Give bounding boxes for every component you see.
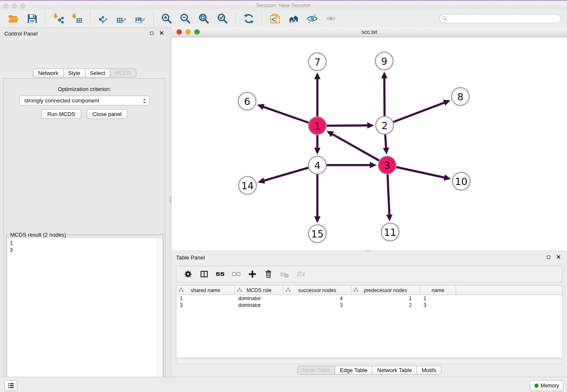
control-panel-title: Control Panel xyxy=(4,30,38,37)
hierarchy-icon xyxy=(179,287,184,293)
table-cell[interactable]: 3 xyxy=(420,302,456,309)
run-mcds-button[interactable]: Run MCDS xyxy=(41,109,81,119)
table-row[interactable]: 3dominator323 xyxy=(176,302,562,309)
control-panel-header: Control Panel xyxy=(0,28,169,39)
close-panel-icon[interactable] xyxy=(158,30,165,36)
zoom-selected-button[interactable] xyxy=(216,12,229,25)
trash-icon xyxy=(264,270,273,279)
toolbar-separator xyxy=(45,11,46,26)
deselect-all-button[interactable] xyxy=(230,269,242,280)
column-header-name[interactable]: name xyxy=(420,286,456,295)
export-network-button[interactable] xyxy=(97,12,110,25)
table-cell[interactable]: 3 xyxy=(176,302,235,309)
table-cell[interactable]: 3 xyxy=(284,302,351,309)
node-label-6: 6 xyxy=(244,96,250,107)
toolbar-separator xyxy=(153,11,154,26)
status-bar: Memory xyxy=(0,377,567,392)
table-cell[interactable]: 2 xyxy=(351,302,420,309)
mcds-result-area[interactable]: 1 3 xyxy=(7,238,162,392)
toolbar-separator xyxy=(235,11,236,26)
table-cell[interactable]: 1 xyxy=(351,295,420,302)
edge-arrowhead xyxy=(314,148,321,155)
delete-column-button[interactable] xyxy=(262,269,275,280)
checks-off-icon xyxy=(232,270,241,279)
save-session-button[interactable] xyxy=(26,12,39,25)
fx-icon xyxy=(296,270,305,279)
tree-icon xyxy=(286,287,291,293)
edge-arrowhead xyxy=(257,104,265,110)
tab-edge-table[interactable]: Edge Table xyxy=(335,366,372,375)
table-cell[interactable]: 1 xyxy=(176,295,235,302)
node-label-4: 4 xyxy=(314,160,321,171)
select-all-button[interactable] xyxy=(214,269,226,280)
hierarchy-icon xyxy=(286,287,291,293)
table-cell[interactable]: dominator xyxy=(235,295,284,302)
table-cell[interactable]: 4 xyxy=(284,295,351,302)
main-toolbar xyxy=(0,10,567,28)
add-column-button[interactable] xyxy=(246,269,259,280)
import-table-button[interactable] xyxy=(71,12,83,25)
network-canvas[interactable]: 1234678910111415 xyxy=(172,37,567,250)
node-label-8: 8 xyxy=(457,91,464,102)
hide-details-button[interactable] xyxy=(306,12,319,25)
column-label: predecessor nodes xyxy=(364,287,407,293)
float-panel-icon[interactable] xyxy=(545,254,552,260)
toolbar-separator xyxy=(90,11,91,26)
table-cell[interactable]: 1 xyxy=(420,295,456,302)
close-panel-button[interactable]: Close panel xyxy=(87,109,128,119)
graph-edge-2-8[interactable] xyxy=(385,102,445,125)
edge-arrowhead xyxy=(258,177,265,183)
table-delete-icon xyxy=(280,270,289,279)
table-cell[interactable]: dominator xyxy=(235,302,284,309)
tab-motifs[interactable]: Motifs xyxy=(416,366,441,375)
column-header-predecessor-nodes[interactable]: predecessor nodes xyxy=(351,286,420,295)
export-img-icon xyxy=(135,13,146,24)
welcome-screen-button[interactable] xyxy=(287,12,300,25)
node-label-1: 1 xyxy=(314,121,321,132)
zoom-fit-button[interactable] xyxy=(198,12,210,25)
tab-network[interactable]: Network xyxy=(33,69,63,77)
toggle-panes-button[interactable] xyxy=(198,269,210,280)
gear-icon xyxy=(184,270,193,279)
open-session-button[interactable] xyxy=(7,12,20,25)
column-header-successor-nodes[interactable]: successor nodes xyxy=(284,286,351,295)
graph-edge-3-1[interactable] xyxy=(332,134,387,165)
network-from-file-button[interactable] xyxy=(269,12,281,25)
column-header-MCDS-role[interactable]: MCDS role xyxy=(235,286,284,295)
table-settings-button[interactable] xyxy=(182,269,194,280)
close-panel-icon[interactable] xyxy=(555,254,562,260)
table-panel-title: Table Panel xyxy=(176,254,205,261)
zoom-in-button[interactable] xyxy=(160,12,173,25)
column-header-shared-name[interactable]: shared name xyxy=(176,286,235,295)
tab-select[interactable]: Select xyxy=(85,69,110,77)
refresh-icon xyxy=(243,13,254,24)
tab-mcds[interactable]: MCDS xyxy=(110,69,136,77)
node-label-2: 2 xyxy=(382,120,388,131)
tab-network-table[interactable]: Network Table xyxy=(372,366,417,375)
table-horizontal-scrollbar[interactable] xyxy=(176,359,563,364)
homes-icon xyxy=(288,13,299,24)
float-panel-icon[interactable] xyxy=(148,30,155,36)
criterion-select[interactable]: strongly connected component xyxy=(19,96,150,105)
result-scrollbar[interactable] xyxy=(157,238,162,392)
import-network-button[interactable] xyxy=(52,12,65,25)
search-icon xyxy=(442,15,449,22)
optimization-label: Optimization criterion: xyxy=(4,86,165,92)
search-input[interactable] xyxy=(439,14,561,23)
table-row[interactable]: 1dominator411 xyxy=(176,295,562,302)
checks-on-icon xyxy=(216,270,225,279)
export-image-button[interactable] xyxy=(134,12,147,25)
export-net-icon xyxy=(98,13,109,24)
edge-arrowhead xyxy=(314,216,321,223)
table-panel: Table Panel shared nameMCDS rolesuccesso… xyxy=(172,252,567,375)
mcds-result-values: 1 3 xyxy=(10,239,13,254)
zoom-out-button[interactable] xyxy=(179,12,192,25)
export-table-button[interactable] xyxy=(116,12,128,25)
refresh-button[interactable] xyxy=(242,12,255,25)
tab-style[interactable]: Style xyxy=(63,69,85,77)
tab-node-table[interactable]: Node Table xyxy=(297,366,336,375)
node-label-3: 3 xyxy=(384,160,391,171)
task-history-button[interactable] xyxy=(4,380,17,391)
memory-button[interactable]: Memory xyxy=(530,380,564,391)
tree-icon xyxy=(237,287,242,293)
